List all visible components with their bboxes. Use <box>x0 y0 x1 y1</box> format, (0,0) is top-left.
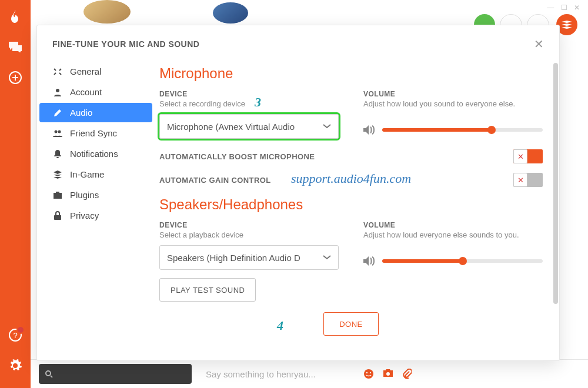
layers-icon <box>52 170 63 179</box>
svg-point-8 <box>56 89 59 92</box>
sidebar-item-privacy[interactable]: Privacy <box>39 206 152 225</box>
users-icon <box>52 129 63 138</box>
volume-label: VOLUME <box>363 221 543 229</box>
svg-point-4 <box>364 369 373 379</box>
scrollbar[interactable] <box>553 63 558 304</box>
lock-icon <box>52 211 63 220</box>
sidebar-item-label: Account <box>70 87 102 97</box>
svg-text:?: ? <box>13 331 17 340</box>
done-button[interactable]: DONE <box>323 312 379 336</box>
settings-sidebar: GeneralAccountAudioFriend SyncNotificati… <box>37 59 155 360</box>
sidebar-item-label: Audio <box>70 108 92 118</box>
chat-icon[interactable] <box>7 39 24 55</box>
left-rail: ? <box>0 0 31 388</box>
svg-rect-11 <box>54 215 61 220</box>
search-input[interactable] <box>39 364 192 384</box>
modal-title: FINE-TUNE YOUR MIC AND SOUND <box>52 39 199 49</box>
sidebar-item-label: Privacy <box>70 210 99 220</box>
mic-volume-slider[interactable] <box>382 128 543 132</box>
sidebar-item-label: Notifications <box>70 149 118 159</box>
tools-icon <box>52 67 63 76</box>
sidebar-item-label: General <box>70 66 101 76</box>
attach-icon[interactable] <box>402 369 412 379</box>
section-heading-speakers: Speakers/Headphones <box>159 196 543 213</box>
device-subtext: Select a playback device <box>159 230 339 239</box>
chat-input[interactable]: Say something to henryau... <box>206 369 316 379</box>
play-test-sound-button[interactable]: PLAY TEST SOUND <box>159 278 256 302</box>
speaker-icon <box>363 125 375 135</box>
sidebar-item-account[interactable]: Account <box>39 82 152 102</box>
volume-subtext: Adjust how loud everyone else sounds to … <box>363 230 543 239</box>
sidebar-item-plugins[interactable]: Plugins <box>39 185 152 205</box>
sidebar-item-label: Plugins <box>70 190 99 200</box>
add-icon[interactable] <box>7 69 24 86</box>
settings-modal: FINE-TUNE YOUR MIC AND SOUND ✕ GeneralAc… <box>36 25 560 361</box>
device-label: DEVICE <box>159 221 339 229</box>
svg-point-9 <box>55 130 58 133</box>
help-icon[interactable]: ? <box>7 327 24 343</box>
svg-point-5 <box>366 372 368 373</box>
device-subtext: Select a recording device <box>159 99 339 108</box>
avatar <box>213 2 248 24</box>
pen-icon <box>52 108 63 118</box>
sidebar-item-label: Friend Sync <box>70 128 117 138</box>
agc-label: AUTOMATIC GAIN CONTROL <box>159 176 271 185</box>
speaker-device-value: Speakers (High Definition Audio D <box>167 253 300 263</box>
device-label: DEVICE <box>159 90 339 98</box>
chat-bar: Say something to henryau... <box>31 359 588 388</box>
sidebar-item-label: In-Game <box>70 169 104 179</box>
svg-point-6 <box>370 372 371 373</box>
svg-point-3 <box>46 371 51 376</box>
bell-icon <box>52 149 63 159</box>
speaker-volume-slider[interactable] <box>382 259 543 263</box>
settings-content: Microphone DEVICE Select a recording dev… <box>155 59 559 360</box>
sidebar-item-notifications[interactable]: Notifications <box>39 144 152 163</box>
auto-boost-toggle[interactable]: ✕ <box>513 149 543 163</box>
smile-icon[interactable] <box>363 369 374 379</box>
case-icon <box>52 190 63 200</box>
mic-device-value: Microphone (Avnex Virtual Audio <box>167 122 295 132</box>
chevron-down-icon <box>323 255 331 260</box>
camera-icon[interactable] <box>382 369 394 379</box>
speaker-device-select[interactable]: Speakers (High Definition Audio D <box>159 245 339 270</box>
speaker-icon <box>363 256 375 266</box>
chevron-down-icon <box>323 124 331 129</box>
svg-point-10 <box>58 130 61 133</box>
sidebar-item-in-game[interactable]: In-Game <box>39 165 152 184</box>
volume-subtext: Adjust how loud you sound to everyone el… <box>363 99 543 108</box>
mic-device-select[interactable]: Microphone (Avnex Virtual Audio <box>159 114 339 139</box>
close-icon[interactable]: ✕ <box>534 38 544 50</box>
window-controls[interactable]: — ☐ ✕ <box>547 4 582 12</box>
sidebar-item-friend-sync[interactable]: Friend Sync <box>39 123 152 143</box>
agc-toggle[interactable]: ✕ <box>513 173 543 187</box>
volume-label: VOLUME <box>363 90 543 98</box>
avatar <box>83 0 131 24</box>
flame-icon[interactable] <box>7 8 24 25</box>
svg-point-7 <box>386 372 390 376</box>
settings-icon[interactable] <box>7 357 24 374</box>
user-icon <box>52 88 63 97</box>
section-heading-microphone: Microphone <box>159 65 543 82</box>
auto-boost-label: AUTOMATICALLY BOOST MICROPHONE <box>159 152 315 161</box>
sidebar-item-general[interactable]: General <box>39 62 152 81</box>
sidebar-item-audio[interactable]: Audio <box>39 103 152 122</box>
